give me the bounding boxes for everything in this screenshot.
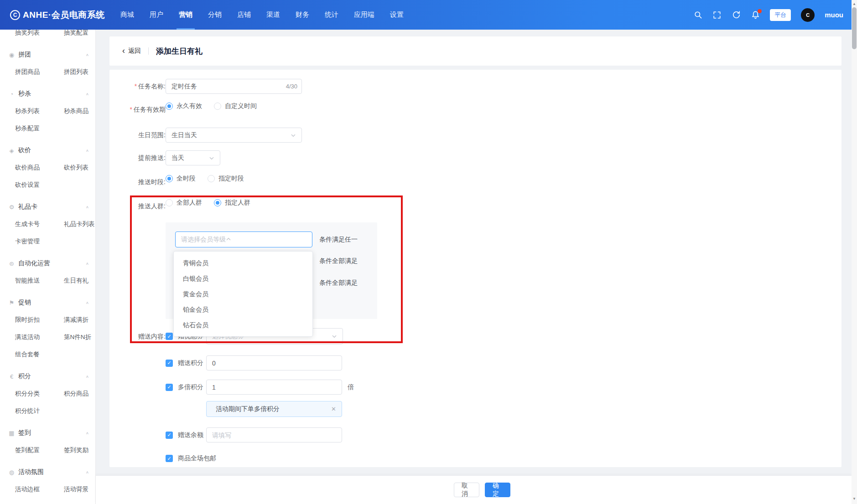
sidebar-header-flash-sale[interactable]: ◔ 秒杀 ∧ — [0, 85, 95, 103]
sidebar-item-flash-sale-config[interactable]: 秒杀配置 — [15, 120, 64, 137]
points-checkbox[interactable]: ✓ — [166, 360, 173, 367]
member-level-select[interactable]: 请选择会员等级 — [175, 231, 312, 247]
refresh-icon[interactable] — [732, 10, 741, 20]
sidebar-item-flash-sale-goods[interactable]: 秒杀商品 — [64, 103, 95, 120]
nav-item-users[interactable]: 用户 — [142, 0, 171, 30]
sidebar-item-gift-card-list[interactable]: 礼品卡列表 — [64, 216, 95, 233]
radio-specified-period[interactable]: 指定时段 — [208, 175, 244, 183]
cancel-button[interactable]: 取消 — [454, 483, 479, 497]
option-platinum-member[interactable]: 铂金会员 — [174, 302, 312, 317]
balance-checkbox[interactable]: ✓ — [166, 432, 173, 439]
advance-push-label: 提前推送: — [119, 150, 166, 165]
chevron-up-icon: ∧ — [86, 431, 89, 435]
sidebar-item-card-key-mgmt[interactable]: 卡密管理 — [15, 233, 64, 250]
sidebar-header-label: 签到 — [18, 429, 31, 437]
sidebar-item-lottery-config[interactable]: 抽奖配置 — [64, 30, 95, 41]
nav-item-app-client[interactable]: 应用端 — [346, 0, 382, 30]
username[interactable]: muou — [825, 11, 843, 19]
sidebar-item-combo-package[interactable]: 组合套餐 — [15, 346, 64, 363]
nav-item-mall[interactable]: 商城 — [113, 0, 142, 30]
nav-item-finance[interactable]: 财务 — [288, 0, 317, 30]
sidebar-header-bargain[interactable]: ◈ 砍价 ∧ — [0, 142, 95, 159]
sidebar-item-bargain-goods[interactable]: 砍价商品 — [15, 159, 64, 176]
option-diamond-member[interactable]: 钻石会员 — [174, 317, 312, 333]
automation-icon: ⊜ — [8, 260, 15, 267]
sidebar-section-bargain: ◈ 砍价 ∧ 砍价商品 砍价列表 砍价设置 — [0, 142, 95, 194]
nav-item-settings[interactable]: 设置 — [382, 0, 411, 30]
radio-all-period[interactable]: 全时段 — [166, 175, 196, 183]
sidebar-item-points-stats[interactable]: 积分统计 — [15, 402, 64, 420]
user-avatar[interactable]: C — [801, 8, 815, 22]
sidebar-item-activity-border[interactable]: 活动边框 — [15, 481, 64, 498]
sidebar-item-generate-card[interactable]: 生成卡号 — [15, 216, 64, 233]
confirm-button[interactable]: 确定 — [485, 483, 510, 497]
sidebar-item-lottery-list[interactable]: 抽奖列表 — [15, 30, 64, 41]
birthday-range-select[interactable]: 生日当天 — [166, 128, 302, 143]
sidebar-item-full-reduction[interactable]: 满减满折 — [64, 311, 95, 329]
balance-input[interactable] — [206, 427, 342, 442]
sidebar-item-bargain-settings[interactable]: 砍价设置 — [15, 176, 64, 194]
option-bronze-member[interactable]: 青铜会员 — [174, 255, 312, 271]
option-gold-member[interactable]: 黄金会员 — [174, 286, 312, 302]
app-logo: C ANHE·会员电商系统 — [10, 9, 108, 21]
chevron-down-icon — [332, 334, 337, 339]
sidebar-header-promotion[interactable]: ⚑ 促销 ∧ — [0, 294, 95, 311]
sidebar-section-flash-sale: ◔ 秒杀 ∧ 秒杀列表 秒杀商品 秒杀配置 — [0, 85, 95, 137]
sidebar-item-points-goods[interactable]: 积分商品 — [64, 385, 95, 402]
sidebar-item-activity-background[interactable]: 活动背景 — [64, 481, 95, 498]
sidebar-header-automation[interactable]: ⊜ 自动化运营 ∧ — [0, 255, 95, 272]
scroll-up-arrow-icon[interactable]: ▲ — [852, 1, 857, 6]
back-button[interactable]: ‹ 返回 — [122, 47, 141, 55]
close-icon[interactable]: ✕ — [331, 406, 336, 412]
radio-custom-time[interactable]: 自定义时间 — [214, 102, 257, 110]
scrollbar-thumb[interactable] — [852, 7, 857, 49]
sidebar-item-nth-discount[interactable]: 第N件N折 — [64, 329, 95, 346]
sidebar-item-group-buy-list[interactable]: 拼团列表 — [64, 63, 95, 81]
free-shipping-checkbox[interactable]: ✓ — [166, 455, 173, 462]
platform-badge[interactable]: 平台 — [770, 9, 791, 21]
nav-item-marketing[interactable]: 营销 — [171, 0, 200, 30]
multi-points-tag: 活动期间下单多倍积分 ✕ — [206, 401, 342, 417]
sidebar-item-smart-push[interactable]: 智能推送 — [15, 272, 64, 289]
sidebar-header-label: 礼品卡 — [18, 203, 37, 211]
nav-item-distribution[interactable]: 分销 — [200, 0, 229, 30]
coupon-checkbox[interactable]: ✓ — [166, 333, 173, 340]
sidebar-item-limited-discount[interactable]: 限时折扣 — [15, 311, 64, 329]
form-footer: 取消 确定 — [96, 475, 852, 504]
multi-points-checkbox[interactable]: ✓ — [166, 384, 173, 391]
radio-permanent[interactable]: 永久有效 — [166, 102, 202, 110]
sidebar-item-checkin-reward[interactable]: 签到奖励 — [64, 442, 95, 459]
sidebar-header-label: 自动化运营 — [18, 259, 50, 267]
required-asterisk: * — [135, 82, 137, 90]
multi-points-input[interactable] — [206, 380, 342, 395]
nav-item-store[interactable]: 店铺 — [229, 0, 259, 30]
nav-item-channel[interactable]: 渠道 — [259, 0, 288, 30]
sidebar-header-atmosphere[interactable]: ◍ 活动氛围 ∧ — [0, 463, 95, 481]
sidebar-header-checkin[interactable]: ▦ 签到 ∧ — [0, 424, 95, 442]
sidebar-item-group-buy-goods[interactable]: 拼团商品 — [15, 63, 64, 81]
radio-all-crowd[interactable]: 全部人群 — [166, 199, 202, 207]
sidebar-item-full-gift[interactable]: 满送活动 — [15, 329, 64, 346]
sidebar-header-label: 秒杀 — [18, 90, 31, 98]
sidebar-item-bargain-list[interactable]: 砍价列表 — [64, 159, 95, 176]
sidebar-header-gift-card[interactable]: ⚙ 礼品卡 ∧ — [0, 198, 95, 216]
points-input[interactable] — [206, 355, 342, 370]
nav-item-statistics[interactable]: 统计 — [317, 0, 346, 30]
sidebar-header-points[interactable]: € 积分 ∧ — [0, 368, 95, 385]
sidebar-item-checkin-config[interactable]: 签到配置 — [15, 442, 64, 459]
notifications-bell-icon[interactable] — [751, 10, 760, 20]
option-silver-member[interactable]: 白银会员 — [174, 271, 312, 286]
sidebar-item-points-category[interactable]: 积分分类 — [15, 385, 64, 402]
page-header: ‹ 返回 添加生日有礼 — [109, 36, 841, 66]
radio-specified-crowd[interactable]: 指定人群 — [214, 199, 250, 207]
sidebar-header-group-buy[interactable]: ◉ 拼团 ∧ — [0, 46, 95, 63]
fullscreen-icon[interactable] — [712, 10, 722, 20]
task-name-input[interactable] — [166, 79, 302, 94]
sidebar-item-flash-sale-list[interactable]: 秒杀列表 — [15, 103, 64, 120]
search-icon[interactable] — [693, 10, 702, 20]
sidebar-item-birthday-gift[interactable]: 生日有礼 — [64, 272, 95, 289]
vertical-scrollbar[interactable]: ▲ ▼ — [852, 0, 857, 504]
advance-push-select[interactable]: 当天 — [166, 150, 220, 165]
task-validity-label: *任务有效期 — [119, 102, 166, 117]
scroll-down-arrow-icon[interactable]: ▼ — [852, 496, 857, 501]
